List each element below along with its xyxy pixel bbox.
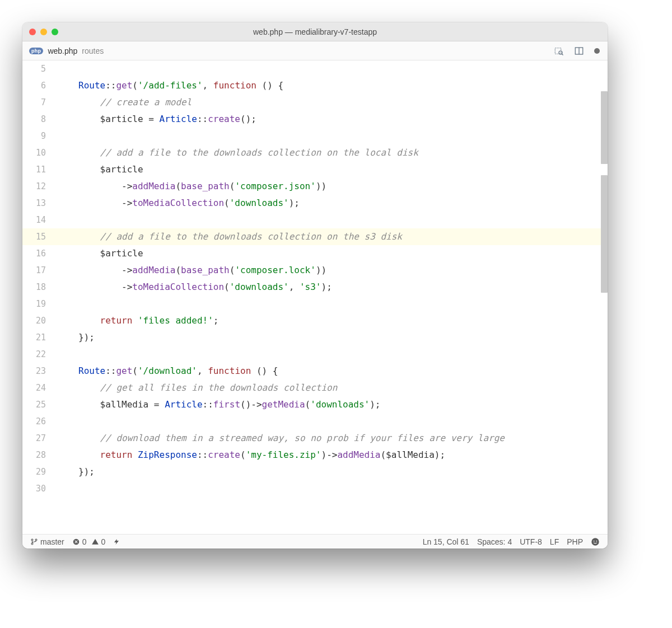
- code-content[interactable]: [78, 128, 84, 144]
- code-content[interactable]: [78, 346, 84, 363]
- code-line[interactable]: 6Route::get('/add-files', function () {: [22, 77, 608, 94]
- code-line[interactable]: 16 $article: [22, 245, 608, 262]
- code-line[interactable]: 11 $article: [22, 161, 608, 178]
- line-number[interactable]: 10: [22, 144, 56, 161]
- code-line[interactable]: 30: [22, 480, 608, 497]
- code-content[interactable]: });: [78, 329, 95, 346]
- language-mode[interactable]: PHP: [567, 537, 583, 546]
- line-number[interactable]: 29: [22, 463, 56, 480]
- split-editor-icon[interactable]: [574, 46, 584, 56]
- titlebar: web.php — medialibrary-v7-testapp: [22, 22, 608, 41]
- line-endings[interactable]: LF: [550, 537, 559, 546]
- line-number[interactable]: 15: [22, 228, 56, 245]
- line-number[interactable]: 27: [22, 430, 56, 447]
- code-content[interactable]: [78, 413, 84, 430]
- line-number[interactable]: 23: [22, 363, 56, 379]
- code-line[interactable]: 24 // get all files in the downloads col…: [22, 379, 608, 396]
- code-content[interactable]: });: [78, 463, 95, 480]
- code-line[interactable]: 21});: [22, 329, 608, 346]
- code-content[interactable]: return ZipResponse::create('my-files.zip…: [78, 447, 445, 463]
- code-content[interactable]: Route::get('/download', function () {: [78, 363, 278, 379]
- maximize-button[interactable]: [52, 29, 58, 35]
- code-line[interactable]: 18 ->toMediaCollection('downloads', 's3'…: [22, 279, 608, 296]
- code-content[interactable]: // get all files in the downloads collec…: [78, 379, 337, 396]
- line-number[interactable]: 20: [22, 312, 56, 329]
- code-content[interactable]: // add a file to the downloads collectio…: [78, 144, 418, 161]
- code-line[interactable]: 23Route::get('/download', function () {: [22, 363, 608, 379]
- svg-point-13: [596, 540, 597, 541]
- code-line[interactable]: 14: [22, 212, 608, 228]
- code-content[interactable]: $article: [78, 161, 143, 178]
- line-number[interactable]: 28: [22, 447, 56, 463]
- line-number[interactable]: 24: [22, 379, 56, 396]
- line-number[interactable]: 8: [22, 111, 56, 128]
- code-line[interactable]: 20 return 'files added!';: [22, 312, 608, 329]
- code-line[interactable]: 25 $allMedia = Article::first()->getMedi…: [22, 396, 608, 413]
- code-content[interactable]: $article = Article::create();: [78, 111, 256, 128]
- line-number[interactable]: 9: [22, 128, 56, 144]
- code-line[interactable]: 19: [22, 296, 608, 312]
- git-branch[interactable]: master: [30, 537, 64, 546]
- code-line[interactable]: 29});: [22, 463, 608, 480]
- svg-point-5: [31, 539, 33, 541]
- indentation[interactable]: Spaces: 4: [477, 537, 512, 546]
- line-number[interactable]: 13: [22, 195, 56, 212]
- code-line[interactable]: 15 // add a file to the downloads collec…: [22, 228, 608, 245]
- line-number[interactable]: 21: [22, 329, 56, 346]
- code-content[interactable]: [78, 60, 84, 77]
- unsaved-dot-icon[interactable]: [594, 48, 600, 54]
- feedback-icon[interactable]: [591, 537, 600, 546]
- code-content[interactable]: ->toMediaCollection('downloads', 's3');: [78, 279, 332, 296]
- code-line[interactable]: 7 // create a model: [22, 94, 608, 111]
- problems[interactable]: 0 0: [72, 537, 106, 546]
- minimize-button[interactable]: [40, 29, 47, 35]
- code-line[interactable]: 8 $article = Article::create();: [22, 111, 608, 128]
- line-number[interactable]: 11: [22, 161, 56, 178]
- line-number[interactable]: 30: [22, 480, 56, 497]
- code-line[interactable]: 27 // download them in a streamed way, s…: [22, 430, 608, 447]
- code-content[interactable]: // download them in a streamed way, so n…: [78, 430, 505, 447]
- cursor-position[interactable]: Ln 15, Col 61: [423, 537, 469, 546]
- close-button[interactable]: [29, 29, 36, 35]
- search-in-file-icon[interactable]: [554, 46, 564, 56]
- code-content[interactable]: [78, 480, 84, 497]
- code-content[interactable]: // add a file to the downloads collectio…: [78, 228, 402, 245]
- code-content[interactable]: ->addMedia(base_path('composer.lock')): [78, 262, 326, 279]
- code-editor[interactable]: 5 6Route::get('/add-files', function () …: [22, 60, 608, 534]
- line-number[interactable]: 7: [22, 94, 56, 111]
- code-content[interactable]: return 'files added!';: [78, 312, 218, 329]
- encoding[interactable]: UTF-8: [520, 537, 542, 546]
- code-content[interactable]: [78, 296, 84, 312]
- line-number[interactable]: 26: [22, 413, 56, 430]
- bolt-icon[interactable]: [113, 538, 120, 546]
- code-content[interactable]: Route::get('/add-files', function () {: [78, 77, 283, 94]
- code-content[interactable]: ->toMediaCollection('downloads');: [78, 195, 300, 212]
- code-line[interactable]: 13 ->toMediaCollection('downloads');: [22, 195, 608, 212]
- scrollbar-track[interactable]: [600, 60, 608, 534]
- code-line[interactable]: 10 // add a file to the downloads collec…: [22, 144, 608, 161]
- code-content[interactable]: [78, 212, 84, 228]
- code-line[interactable]: 12 ->addMedia(base_path('composer.json')…: [22, 178, 608, 195]
- code-content[interactable]: // create a model: [78, 94, 192, 111]
- code-content[interactable]: $allMedia = Article::first()->getMedia('…: [78, 396, 380, 413]
- line-number[interactable]: 25: [22, 396, 56, 413]
- line-number[interactable]: 17: [22, 262, 56, 279]
- code-line[interactable]: 22: [22, 346, 608, 363]
- code-line[interactable]: 9: [22, 128, 608, 144]
- code-line[interactable]: 5: [22, 60, 608, 77]
- line-number[interactable]: 6: [22, 77, 56, 94]
- file-tab[interactable]: php web.php routes: [29, 46, 104, 55]
- line-number[interactable]: 14: [22, 212, 56, 228]
- line-number[interactable]: 18: [22, 279, 56, 296]
- line-number[interactable]: 16: [22, 245, 56, 262]
- code-line[interactable]: 26: [22, 413, 608, 430]
- code-line[interactable]: 28 return ZipResponse::create('my-files.…: [22, 447, 608, 463]
- code-content[interactable]: $article: [78, 245, 143, 262]
- code-line[interactable]: 17 ->addMedia(base_path('composer.lock')…: [22, 262, 608, 279]
- line-number[interactable]: 22: [22, 346, 56, 363]
- tab-folder: routes: [82, 46, 104, 55]
- line-number[interactable]: 19: [22, 296, 56, 312]
- code-content[interactable]: ->addMedia(base_path('composer.json')): [78, 178, 326, 195]
- line-number[interactable]: 12: [22, 178, 56, 195]
- line-number[interactable]: 5: [22, 60, 56, 77]
